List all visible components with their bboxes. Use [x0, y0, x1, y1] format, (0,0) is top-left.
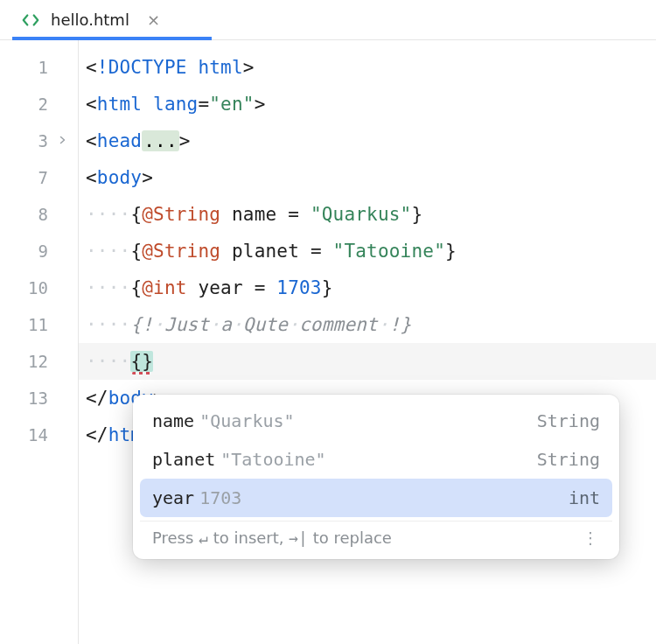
code-line[interactable]: <head...> [79, 122, 656, 159]
completion-item[interactable]: name"Quarkus" String [140, 402, 612, 440]
tab-key-icon: →| [289, 528, 308, 547]
editor-tab-bar: hello.html × [0, 0, 656, 40]
completion-type: int [569, 487, 600, 508]
line-number: 7 [0, 168, 78, 187]
code-line[interactable]: <!DOCTYPE html> [79, 49, 656, 86]
line-number: 13 [0, 388, 78, 408]
code-line[interactable]: ····{@int year = 1703} [79, 270, 656, 306]
code-line[interactable]: <html lang="en"> [79, 86, 656, 122]
completion-footer: Press ↵ to insert, →| to replace ⋮ [140, 521, 612, 556]
code-line[interactable]: <body> [79, 159, 656, 196]
cursor-position[interactable]: {} [130, 351, 153, 372]
line-number: 14 [0, 425, 78, 444]
more-options-icon[interactable]: ⋮ [583, 528, 600, 547]
tab-filename: hello.html [51, 10, 129, 29]
code-line[interactable]: ····{!·Just·a·Qute·comment·!} [79, 306, 656, 343]
code-line[interactable]: ····{@String name = "Quarkus"} [79, 196, 656, 233]
completion-item-selected[interactable]: year1703 int [140, 479, 612, 517]
code-file-icon [21, 10, 40, 30]
line-number: 1 [0, 58, 78, 77]
line-number: 10 [0, 278, 78, 298]
line-number-gutter: 1 2 3 7 8 9 10 11 12 13 14 [0, 40, 79, 644]
completion-type: String [537, 449, 600, 470]
editor-tab[interactable]: hello.html × [12, 0, 169, 39]
completion-type: String [537, 410, 600, 431]
code-editor: 1 2 3 7 8 9 10 11 12 13 14 <!DOCTYPE htm… [0, 40, 656, 644]
folded-region[interactable]: ... [142, 130, 179, 151]
fold-chevron-icon[interactable] [57, 134, 67, 148]
line-number: 2 [0, 94, 78, 114]
autocomplete-popup: name"Quarkus" String planet"Tatooine" St… [133, 395, 619, 559]
line-number: 9 [0, 242, 78, 261]
code-line-current[interactable]: ····{} [79, 343, 656, 380]
completion-item[interactable]: planet"Tatooine" String [140, 440, 612, 479]
enter-key-icon: ↵ [199, 528, 208, 547]
line-number: 11 [0, 315, 78, 334]
line-number: 8 [0, 205, 78, 224]
close-icon[interactable]: × [147, 10, 160, 29]
code-line[interactable]: ····{@String planet = "Tatooine"} [79, 233, 656, 270]
line-number: 12 [0, 352, 78, 371]
error-squiggle [132, 372, 151, 374]
